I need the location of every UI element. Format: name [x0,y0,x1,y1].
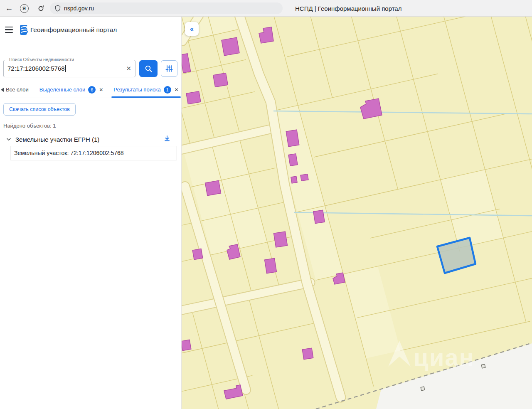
menu-icon[interactable] [5,27,13,33]
shield-icon [55,5,61,12]
text-caret [65,65,66,72]
building [288,154,298,166]
search-input-value: 72:17:1206002:5768 [7,65,65,72]
search-icon [145,65,153,73]
building [192,249,203,259]
building [300,174,308,181]
sidebar-collapse-button[interactable]: « [185,22,199,36]
building [286,130,299,147]
building [182,340,191,350]
building [265,258,277,273]
building [274,232,288,247]
result-item[interactable]: Земельный участок: 72:17:1206002:5768 [10,146,177,160]
page-title: НСПД | Геоинформационный портал [295,0,401,17]
search-input[interactable]: Поиск Объекты недвижимости 72:17:1206002… [3,60,135,77]
tab-search-results[interactable]: Результаты поиска 1 ✕ [113,81,178,98]
app-title: Геоинформационный портал [30,26,117,34]
tabs-prev-icon[interactable] [1,88,4,92]
tune-icon [165,65,173,72]
result-group-title: Земельные участки ЕГРН (1) [15,136,99,143]
clear-search-icon[interactable]: ✕ [126,60,131,77]
browser-bar: ← Я nspd.gov.ru НСПД | Геоинформационный… [0,0,532,17]
yandex-browser-icon[interactable]: Я [18,0,30,17]
map-canvas: циан [182,17,532,409]
refresh-icon[interactable] [35,0,47,17]
building [222,37,239,56]
close-tab-icon[interactable]: ✕ [175,87,179,93]
download-object-list-button[interactable]: Скачать список объектов [3,103,76,116]
map[interactable]: циан [182,17,532,409]
tab-all-layers[interactable]: Все слои [6,81,29,98]
app-logo-icon [19,25,28,37]
search-button[interactable] [139,60,158,77]
address-bar[interactable]: nspd.gov.ru [50,2,283,14]
result-group-header[interactable]: Земельные участки ЕГРН (1) [6,133,176,145]
url-text: nspd.gov.ru [64,5,94,12]
filter-button[interactable] [161,60,177,77]
building [302,348,313,359]
tab-selected-layers[interactable]: Выделенные слои 6 ✕ [39,81,103,98]
building [186,91,201,104]
sidebar: Геоинформационный портал Поиск Объекты н… [0,17,182,409]
chevron-down-icon [6,136,12,142]
svg-text:циан: циан [414,344,475,371]
building [205,180,221,195]
search-results-badge: 1 [164,86,171,94]
building [313,210,325,223]
building [213,73,228,87]
download-icon[interactable] [164,135,170,143]
found-count: Найдено объектов: 1 [3,123,56,129]
back-icon[interactable]: ← [3,0,15,17]
building [291,176,297,183]
selected-layers-badge: 6 [88,86,96,94]
close-tab-icon[interactable]: ✕ [99,87,103,93]
app-header: Геоинформационный портал [0,24,181,37]
layer-tabs: Все слои Выделенные слои 6 ✕ Результаты … [0,81,181,98]
